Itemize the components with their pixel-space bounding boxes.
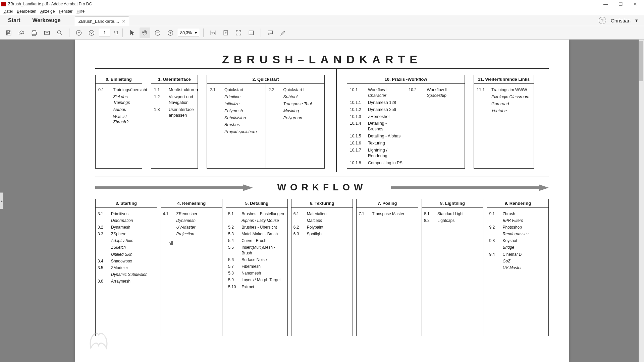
list-item: x Matcaps [293,218,351,223]
box-userinterface: 1. Userinterface 1.1 Menüstrukturen 1.2 … [151,75,198,169]
fit-width-icon[interactable] [208,27,218,38]
item-text: Shadowbox [111,258,132,264]
menu-anzeige[interactable]: Anzeige [40,9,55,14]
list-item: x ZSketch [98,245,155,250]
item-number: 10.1.3 [350,114,365,120]
item-text: Ziel des Trainings [113,94,139,106]
fit-page-icon[interactable] [220,27,231,38]
item-text: UV-Master [176,225,196,230]
cloud-icon[interactable] [16,27,27,38]
tab-tools[interactable]: Werkzeuge [26,15,66,26]
page-down-icon[interactable] [86,27,97,38]
page-total: / 1 [114,30,118,35]
maximize-button[interactable]: ☐ [613,0,628,8]
list-item: x Polymesh [210,108,263,114]
item-text: Quickstart I [224,87,246,93]
save-icon[interactable] [3,27,14,38]
zoom-level[interactable]: 80,3%▾ [178,29,199,37]
title-bar: ZBrush_Landkarte.pdf - Adobe Acrobat Pro… [0,0,644,8]
item-number: 3.4 [98,258,108,264]
item-text: Polygroup [283,115,302,121]
list-item: 5.6 Surface Noise [228,257,285,262]
comment-icon[interactable] [265,27,276,38]
item-text: ZRemesher [368,114,390,120]
highlight-icon[interactable] [278,27,288,38]
list-item: 10.2 Workflow II - Spaceship [409,87,462,99]
item-text: ZSphere [111,231,126,237]
minimize-button[interactable]: — [598,0,613,8]
close-button[interactable]: ✕ [628,0,643,8]
workflow-box: 7. Posing 7.1 Transpose Master [356,199,418,336]
list-item: 10.1.5 Detailing - Alphas [350,133,403,139]
svg-point-0 [57,31,61,34]
box-quickstart: 2. Quickstart 2.1 Quickstart I x Primiti… [207,75,325,169]
page-up-icon[interactable] [73,27,84,38]
tab-document[interactable]: ZBrush_Landkarte.... ✕ [75,16,129,26]
list-item: 7.1 Transpose Master [359,211,416,217]
menu-bearbeiten[interactable]: Bearbeiten [17,9,36,14]
search-icon[interactable] [54,27,65,38]
list-item: x Was ist Zbrush? [98,114,139,125]
item-text: Dynamesh 256 [368,107,396,113]
item-text: Polypaint [307,225,323,230]
item-number: 10.1.6 [350,140,365,146]
user-name[interactable]: Christian [611,18,631,23]
item-text: Primitive [224,94,240,100]
hand-icon[interactable] [140,27,150,38]
list-item: x Renderpasses [489,231,546,237]
item-text: Bridge [502,245,514,250]
mail-icon[interactable] [42,27,52,38]
item-number: 3.2 [98,225,108,230]
item-text: Unified Skin [111,252,132,257]
user-menu-caret-icon[interactable]: ▾ [635,17,638,23]
pointer-icon[interactable] [127,27,138,38]
list-item: 10.1.2 Dynamesh 256 [350,107,403,113]
zoom-out-icon[interactable] [152,27,163,38]
list-item: 1.2 Viewport und Navigation [154,94,195,106]
doc-title: ZBRUSH–LANDKARTE [95,53,549,66]
zoom-caret-icon: ▾ [195,31,197,35]
list-item: 4.1 ZRemesher [163,211,220,217]
menu-hilfe[interactable]: Hilfe [76,9,85,14]
item-text: Matcaps [307,218,322,223]
item-text: BPR Filters [502,218,523,223]
list-item: 9.1 Zbrush [489,211,546,217]
svg-point-1 [76,30,82,35]
list-item: x Youtube [477,108,531,114]
item-text: Dynamic Subdivsion [111,272,148,277]
list-item: x Polygroup [269,115,322,121]
print-icon[interactable] [29,27,40,38]
document-viewport[interactable]: ▸ ZBRUSH–LANDKARTE 0. Einleitung 0.1 Tra… [0,40,644,362]
item-text: Initialize [224,101,239,107]
side-panel-toggle[interactable]: ▸ [0,192,3,209]
tab-close-icon[interactable]: ✕ [122,19,125,24]
menu-fenster[interactable]: Fenster [59,9,72,14]
workflow-box: 9. Rendering 9.1 Zbrush x BPR Filters 9.… [487,199,549,336]
tab-start[interactable]: Start [2,15,26,26]
page-number-input[interactable] [99,29,110,37]
zoom-in-icon[interactable] [165,27,176,38]
item-text: Arraymesh [111,279,130,284]
box-heading: 6. Texturing [291,199,353,208]
workflow-box: 8. Lightning 8.1 Standard Light 8.2 Ligh… [422,199,484,336]
item-number: 10.1 [350,87,365,99]
item-text: Userinterface anpassen [169,107,195,118]
item-number: 5.10 [228,284,238,290]
reading-mode-icon[interactable] [246,27,257,38]
item-number: 4.1 [163,211,173,217]
workflow-row: 3. Starting 3.1 Primitives x Deformation… [95,199,549,336]
scrollbar[interactable] [639,40,644,362]
item-number: 5.1 [228,211,238,217]
list-item: 9.4 Cinema4D [489,252,546,257]
list-item: 5.1 Brushes - Einstellungen [228,211,285,217]
item-text: Detailing - Brushes [368,121,403,132]
menu-datei[interactable]: Datei [3,9,13,14]
fullscreen-icon[interactable] [233,27,244,38]
item-text: Standard Light [437,211,464,217]
item-text: Workflow I – Character [368,87,403,99]
list-item: x Masking [269,108,322,114]
help-icon[interactable]: ? [599,17,606,24]
list-item: 6.2 Polypaint [293,225,351,230]
list-item: 8.2 Lightcaps [424,218,481,223]
scrollbar-thumb[interactable] [639,41,643,81]
